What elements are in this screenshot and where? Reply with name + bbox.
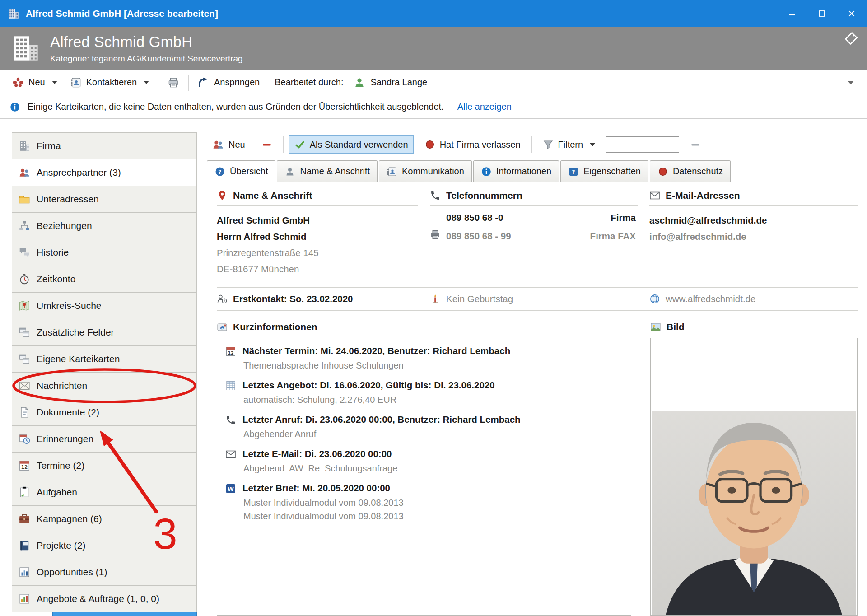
sidebar-item-label: Beziehungen — [37, 220, 92, 231]
stopwatch-icon — [19, 273, 30, 285]
tab-label: Datenschutz — [673, 166, 723, 177]
pin-icon — [217, 190, 228, 201]
sidebar-item-label: Ansprechpartner (3) — [37, 167, 121, 178]
neu-button[interactable]: Neu — [9, 74, 61, 91]
entry-title: Nächster Termin: Mi. 24.06.2020, Benutze… — [242, 345, 510, 356]
overview-icon: ? — [214, 166, 225, 177]
kurzinfo-box: 12 Nächster Termin: Mi. 24.06.2020, Benu… — [217, 338, 631, 616]
sidebar-item-label: Zusätzliche Felder — [37, 327, 114, 338]
close-button[interactable] — [837, 0, 867, 27]
tab-eigenschaften[interactable]: ? Eigenschaften — [560, 160, 648, 182]
bearbeitet-durch-combo[interactable]: Sandra Lange — [349, 75, 858, 90]
sidebar-item-beziehungen[interactable]: Beziehungen — [12, 212, 197, 239]
word-icon: W — [225, 483, 236, 494]
chevron-down-icon — [590, 143, 595, 146]
tab-label: Kommunikation — [402, 166, 464, 177]
sidebar-item-termine[interactable]: 12 Termine (2) — [12, 452, 197, 479]
website-link[interactable]: www.alfredschmidt.de — [666, 294, 755, 304]
hat-firma-verlassen-button[interactable]: Hat Firma verlassen — [419, 135, 526, 154]
tab-kommunikation[interactable]: Kommunikation — [379, 160, 472, 182]
kurzinfo-entry: Letzte E-Mail: Di. 23.06.2020 00:00 Abge… — [225, 448, 623, 475]
kontaktieren-button[interactable]: Kontaktieren — [66, 74, 153, 91]
sidebar-item-zeitkonto[interactable]: Zeitkonto — [12, 266, 197, 293]
building-icon — [19, 140, 30, 152]
remove-contact-button[interactable] — [256, 135, 278, 154]
svg-text:?: ? — [572, 168, 575, 175]
sidebar-item-firma[interactable]: Firma — [12, 132, 197, 159]
kurzinfo-icon: e — [217, 322, 228, 332]
project-icon — [19, 540, 30, 551]
bild-section: Bild — [650, 322, 858, 616]
sidebar-item-unteradressen[interactable]: Unteradressen — [12, 186, 197, 213]
svg-text:12: 12 — [21, 464, 28, 470]
first-contact-icon — [217, 294, 228, 304]
fields-icon — [19, 327, 30, 338]
filter-remove-button[interactable] — [685, 135, 706, 154]
phone-number: 089 850 68 - 99 — [446, 231, 511, 242]
sidebar-item-umkreis-suche[interactable]: Umkreis-Suche — [12, 292, 197, 319]
birthday-icon — [430, 294, 441, 304]
phone-section: Telefonnummern 089 850 68 -0 Firma 089 8… — [430, 190, 638, 277]
section-title: Name & Anschrift — [233, 190, 312, 201]
sidebar-item-label: Opportunities (1) — [37, 567, 107, 578]
cards-icon — [19, 353, 30, 365]
street: Prinzregentenstraße 145 — [217, 245, 418, 261]
info-bar: Einige Karteikarten, die keine Daten ent… — [0, 95, 867, 119]
chevron-down-icon[interactable] — [848, 81, 854, 84]
sidebar-item-ansprechpartner[interactable]: Ansprechpartner (3) — [12, 159, 197, 186]
tab-uebersicht[interactable]: ? Übersicht — [207, 160, 275, 182]
printer-icon — [168, 77, 179, 89]
tab-label: Informationen — [496, 166, 551, 177]
filter-input[interactable] — [606, 136, 679, 153]
call-icon — [225, 415, 236, 425]
offer-icon — [225, 380, 236, 391]
company-icon — [11, 34, 40, 63]
sidebar-item-label: Aufgaben — [37, 487, 77, 498]
sidebar-item-erinnerungen[interactable]: Erinnerungen — [12, 425, 197, 453]
sidebar-item-angebote-auftraege[interactable]: Angebote & Aufträge (1, 0, 0) — [12, 585, 197, 612]
sidebar-item-projekte[interactable]: Projekte (2) — [12, 532, 197, 559]
sidebar-item-label: Erinnerungen — [37, 434, 93, 444]
record-category: Kategorie: teganem AG\Kunden\mit Service… — [50, 54, 243, 64]
window-title: Alfred Schmid GmbH [Adresse bearbeiten] — [26, 8, 218, 19]
sidebar-item-historie[interactable]: Historie — [12, 239, 197, 266]
bild-box — [650, 338, 858, 616]
kurzinfo-entry: W Letzter Brief: Mi. 20.05.2020 00:00 Mu… — [225, 483, 623, 523]
sidebar-item-dokumente[interactable]: Dokumente (2) — [12, 399, 197, 426]
entry-title: Letzter Anruf: Di. 23.06.2020 00:00, Ben… — [242, 414, 521, 425]
body-area: Firma Ansprechpartner (3) Unteradressen … — [0, 119, 867, 616]
sidebar-item-opportunities[interactable]: Opportunities (1) — [12, 559, 197, 586]
tab-datenschutz[interactable]: Datenschutz — [650, 160, 731, 182]
sidebar-item-nachrichten[interactable]: Nachrichten — [12, 372, 197, 399]
sidebar-item-zusaetzliche-felder[interactable]: Zusätzliche Felder — [12, 319, 197, 346]
kurzinfo-entry: Letztes Angebot: Di. 16.06.2020, Gültig … — [225, 380, 623, 406]
sidebar-item-label: Eigene Karteikarten — [37, 354, 120, 364]
contact-neu-button[interactable]: Neu — [207, 135, 251, 154]
tag-icon[interactable] — [844, 31, 858, 46]
person-icon — [354, 77, 365, 89]
print-button[interactable] — [164, 74, 183, 91]
tab-bar: ? Übersicht Name & Anschrift Kommunikati… — [207, 160, 858, 182]
folder-icon — [19, 193, 30, 205]
email-address[interactable]: info@alfredschmid.de — [649, 229, 858, 245]
minimize-button[interactable] — [777, 0, 807, 27]
person-icon — [284, 166, 295, 177]
sidebar-item-kampagnen[interactable]: Kampagnen (6) — [12, 505, 197, 532]
anspringen-button[interactable]: Anspringen — [194, 74, 263, 91]
check-icon — [294, 139, 305, 150]
email-address[interactable]: aschmid@alfredschmid.de — [649, 212, 858, 229]
sidebar-item-aufgaben[interactable]: Aufgaben — [12, 479, 197, 506]
filtern-button[interactable]: Filtern — [537, 135, 601, 154]
sidebar-item-label: Angebote & Aufträge (1, 0, 0) — [37, 593, 159, 604]
als-standard-button[interactable]: Als Standard verwenden — [289, 135, 414, 154]
sidebar-item-partial[interactable] — [52, 612, 197, 616]
kurzinfo-section: e Kurzinformationen 12 Nächster Termin: … — [217, 322, 631, 616]
maximize-button[interactable] — [807, 0, 837, 27]
record-title: Alfred Schmid GmbH — [50, 33, 243, 51]
alle-anzeigen-link[interactable]: Alle anzeigen — [457, 102, 512, 112]
picture-icon — [650, 322, 661, 332]
tab-informationen[interactable]: Informationen — [473, 160, 559, 182]
tab-name-anschrift[interactable]: Name & Anschrift — [277, 160, 378, 182]
contacts-icon — [19, 167, 30, 178]
sidebar-item-eigene-karteikarten[interactable]: Eigene Karteikarten — [12, 345, 197, 373]
